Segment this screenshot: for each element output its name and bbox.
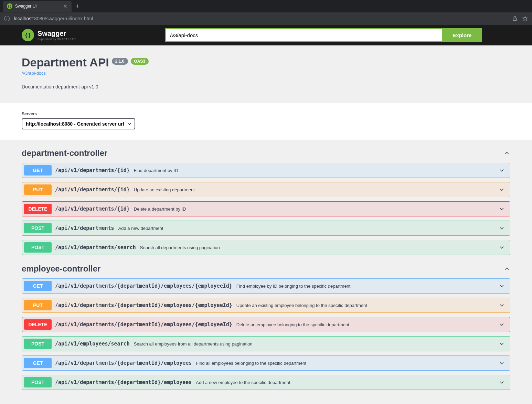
http-method-badge: GET [24, 165, 52, 176]
operation-path: /api/v1/departments [55, 225, 114, 231]
operation-summary[interactable]: GET /api/v1/departments/{departmentId}/e… [22, 356, 510, 370]
operation-summary[interactable]: PUT /api/v1/departments/{id} Update an e… [22, 182, 510, 197]
share-icon[interactable] [512, 16, 518, 21]
oas-badge: OAS3 [131, 58, 149, 65]
operation-summary[interactable]: GET /api/v1/departments/{id} Find depart… [22, 163, 510, 178]
operation-block[interactable]: GET /api/v1/departments/{departmentId}/e… [22, 278, 510, 294]
api-title: Department API [22, 56, 109, 69]
version-badge: 2.1.0 [112, 58, 128, 65]
operation-summary[interactable]: POST /api/v1/departments Add a new depar… [22, 221, 510, 235]
operation-path: /api/v1/departments/{departmentId}/emplo… [55, 283, 232, 289]
chevron-down-icon [498, 340, 505, 347]
chevron-down-icon [498, 205, 505, 212]
explore-button[interactable]: Explore [442, 28, 482, 42]
swagger-topbar: {·} Swagger Supported By SMARTBEAR Explo… [0, 25, 532, 45]
operation-block[interactable]: PUT /api/v1/departments/{id} Update an e… [22, 182, 510, 197]
swagger-favicon-icon: { } [7, 3, 12, 9]
servers-section: Servers http://localhost:8080 - Generate… [0, 103, 532, 140]
operation-block[interactable]: POST /api/v1/departments/search Search a… [22, 240, 510, 255]
new-tab-button[interactable]: + [72, 3, 84, 10]
url-host: localhost [14, 16, 33, 21]
spec-url-form: Explore [165, 28, 482, 42]
operation-block[interactable]: POST /api/v1/departments/{departmentId}/… [22, 375, 510, 390]
swagger-logo[interactable]: {·} Swagger Supported By SMARTBEAR [22, 29, 76, 41]
operation-path: /api/v1/departments/{departmentId}/emplo… [55, 360, 192, 366]
chevron-down-icon [498, 360, 505, 366]
operations-section: department-controller GET /api/v1/depart… [0, 140, 532, 404]
http-method-badge: POST [24, 339, 52, 349]
http-method-badge: POST [24, 223, 52, 233]
operation-path: /api/v1/employees/search [55, 341, 130, 347]
chevron-down-icon [498, 321, 505, 328]
operation-summary[interactable]: GET /api/v1/departments/{departmentId}/e… [22, 279, 510, 293]
url-path: :8080/swagger-ui/index.html [33, 16, 93, 21]
operation-path: /api/v1/departments/{departmentId}/emplo… [55, 321, 232, 328]
operation-path: /api/v1/departments/{departmentId}/emplo… [55, 302, 232, 308]
browser-tab-bar: { } Swagger UI ✕ + [0, 0, 532, 12]
chevron-down-icon [498, 167, 505, 174]
operation-block[interactable]: GET /api/v1/departments/{id} Find depart… [22, 163, 510, 178]
url-display[interactable]: localhost:8080/swagger-ui/index.html [14, 16, 508, 21]
operation-summary[interactable]: POST /api/v1/employees/search Search all… [22, 337, 510, 351]
operation-block[interactable]: GET /api/v1/departments/{departmentId}/e… [22, 355, 510, 371]
chevron-up-icon [503, 265, 510, 272]
operation-description: Search all employees from all department… [134, 341, 498, 347]
http-method-badge: DELETE [24, 319, 52, 330]
tab-title: Swagger UI [15, 4, 61, 9]
operation-description: Find department by ID [134, 168, 498, 173]
operation-path: /api/v1/departments/{id} [55, 187, 130, 193]
chevron-down-icon [498, 379, 505, 386]
chevron-down-icon [498, 302, 505, 309]
operation-description: Find employee by ID belonging to the spe… [236, 284, 498, 289]
operation-description: Add a new department [118, 226, 498, 231]
swagger-logo-icon: {·} [22, 29, 34, 41]
chevron-up-icon [503, 150, 510, 157]
site-info-icon[interactable]: i [4, 16, 10, 21]
spec-url-input[interactable] [165, 28, 442, 42]
operation-block[interactable]: DELETE /api/v1/departments/{departmentId… [22, 317, 510, 332]
browser-tab[interactable]: { } Swagger UI ✕ [3, 1, 72, 12]
chevron-down-icon [498, 225, 505, 232]
operation-description: Update an existing department [134, 187, 498, 192]
close-tab-icon[interactable]: ✕ [63, 3, 67, 9]
operation-summary[interactable]: DELETE /api/v1/departments/{departmentId… [22, 317, 510, 332]
operation-description: Delete a department by ID [134, 206, 498, 212]
http-method-badge: GET [24, 281, 52, 291]
browser-action-icons [512, 16, 528, 21]
operation-description: Add a new employee to the specific depar… [196, 380, 498, 385]
operation-path: /api/v1/departments/search [55, 244, 136, 251]
api-info-section: Department API 2.1.0 OAS3 /v3/api-docs D… [0, 45, 532, 103]
operation-block[interactable]: PUT /api/v1/departments/{departmentId}/e… [22, 298, 510, 313]
tag-header[interactable]: department-controller [22, 143, 510, 163]
browser-address-bar: i localhost:8080/swagger-ui/index.html [0, 12, 532, 25]
operation-block[interactable]: POST /api/v1/employees/search Search all… [22, 336, 510, 351]
servers-label: Servers [22, 111, 510, 116]
tag-name: employee-controller [22, 264, 100, 274]
operation-path: /api/v1/departments/{id} [55, 206, 130, 212]
operation-summary[interactable]: DELETE /api/v1/departments/{id} Delete a… [22, 202, 510, 216]
operation-summary[interactable]: POST /api/v1/departments/search Search a… [22, 240, 510, 255]
chevron-down-icon [498, 186, 505, 193]
operation-path: /api/v1/departments/{id} [55, 167, 130, 173]
bookmark-star-icon[interactable] [522, 16, 528, 21]
chevron-down-icon [498, 244, 505, 251]
http-method-badge: POST [24, 377, 52, 387]
operation-block[interactable]: DELETE /api/v1/departments/{id} Delete a… [22, 201, 510, 216]
operation-summary[interactable]: PUT /api/v1/departments/{departmentId}/e… [22, 298, 510, 312]
operation-description: Update an existing employee belonging to… [236, 303, 498, 308]
operation-path: /api/v1/departments/{departmentId}/emplo… [55, 379, 192, 385]
servers-select[interactable]: http://localhost:8080 - Generated server… [22, 118, 135, 129]
http-method-badge: GET [24, 358, 52, 368]
operation-description: Search all departments using pagination [140, 245, 498, 250]
http-method-badge: PUT [24, 184, 52, 195]
api-docs-link[interactable]: /v3/api-docs [22, 71, 510, 76]
operation-block[interactable]: POST /api/v1/departments Add a new depar… [22, 221, 510, 236]
http-method-badge: POST [24, 242, 52, 253]
operation-summary[interactable]: POST /api/v1/departments/{departmentId}/… [22, 375, 510, 390]
browser-chrome: { } Swagger UI ✕ + i localhost:8080/swag… [0, 0, 532, 25]
operation-description: Find all employees belonging to the spec… [196, 361, 498, 366]
api-description: Documentation department-api v1.0 [22, 84, 510, 89]
swagger-logo-text: Swagger [38, 30, 76, 38]
swagger-logo-subtext: Supported By SMARTBEAR [38, 38, 76, 41]
tag-header[interactable]: employee-controller [22, 259, 510, 278]
